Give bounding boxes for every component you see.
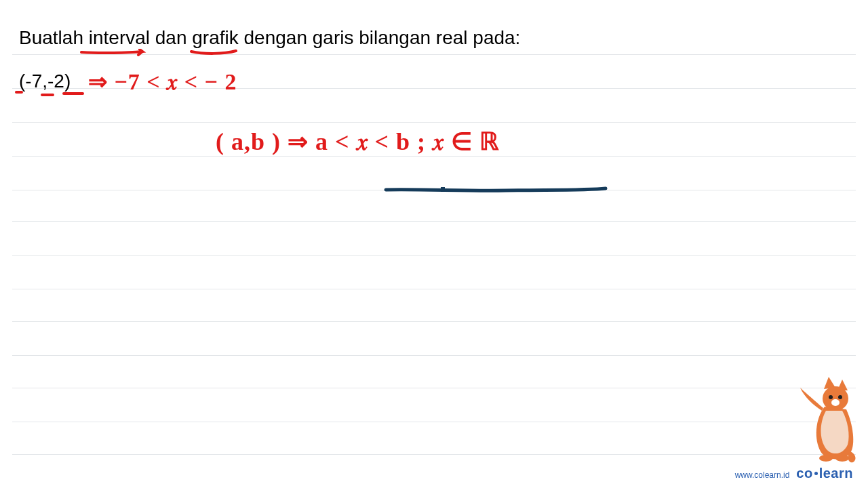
svg-rect-0 [441, 187, 445, 192]
rule-line [12, 122, 856, 123]
svg-point-4 [831, 399, 840, 406]
cat-mascot-icon [795, 371, 856, 466]
footer: www.colearn.id colearn [735, 466, 853, 481]
rule-line [12, 221, 856, 222]
rule-line [12, 321, 856, 322]
footer-brand: colearn [796, 466, 853, 481]
svg-point-5 [819, 455, 833, 462]
rule-line [12, 388, 856, 388]
number-line-drawing [384, 183, 608, 197]
svg-point-6 [835, 455, 849, 462]
brand-prefix: co [796, 466, 812, 481]
brand-suffix: learn [819, 466, 853, 481]
rule-line [12, 255, 856, 256]
handwritten-general-form: ( a,b ) ⇒ a < 𝑥 < b ; 𝑥 ∈ ℝ [216, 127, 500, 156]
underline-interval-word [80, 49, 148, 57]
paper-background: Buatlah interval dan grafik dengan garis… [0, 0, 868, 488]
underline-grafik-word [190, 49, 237, 57]
rule-line [12, 355, 856, 356]
svg-point-3 [838, 395, 842, 399]
rule-line [12, 422, 856, 422]
handwritten-expansion: ⇒ −7 < 𝑥 < − 2 [88, 68, 237, 96]
brand-dot-icon [814, 472, 818, 475]
rule-line [12, 289, 856, 289]
rule-line [12, 156, 856, 157]
footer-site-url: www.colearn.id [735, 470, 790, 480]
rule-line [12, 454, 856, 455]
underline-interval-value [14, 89, 88, 100]
question-text: Buatlah interval dan grafik dengan garis… [19, 27, 520, 49]
svg-point-2 [829, 395, 833, 399]
